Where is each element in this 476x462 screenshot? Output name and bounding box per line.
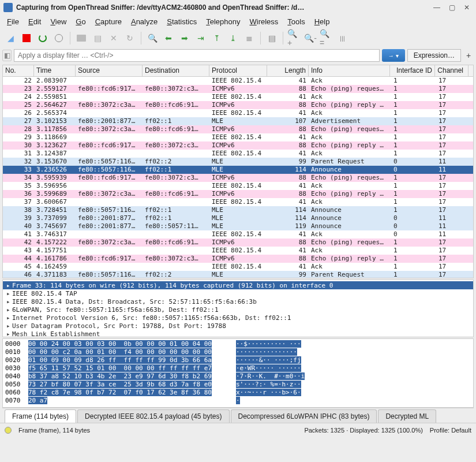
col-header-destination[interactable]: Destination — [143, 65, 209, 76]
col-header-length[interactable]: Length — [267, 65, 309, 76]
col-header-info[interactable]: Info — [309, 65, 390, 76]
menu-statistics[interactable]: Statistics — [162, 16, 201, 27]
detail-row[interactable]: ▸Mesh Link Establishment — [3, 330, 473, 337]
expert-info-led[interactable] — [5, 427, 12, 434]
packet-row[interactable]: 252.564627fe80::3072:c3a…fe80::fcd6:91…I… — [3, 101, 473, 109]
hex-row[interactable]: 005073 27 bf 80 07 3f 3a ce 25 3d 9b 68 … — [5, 381, 471, 389]
caret-right-icon: ▸ — [6, 330, 12, 338]
packet-row[interactable]: 403.745697fe80::2001:877…fe80::5057:11…M… — [3, 222, 473, 230]
col-header-interface[interactable]: Interface ID — [390, 65, 435, 76]
close-button[interactable]: ✕ — [461, 2, 473, 13]
packet-row[interactable]: 363.599689fe80::3072:c3a…fe80::fcd6:91…I… — [3, 190, 473, 198]
zoom-out-button[interactable]: 🔍- — [303, 31, 317, 45]
packet-row[interactable]: 262.565374IEEE 802.15.441Ack117 — [3, 109, 473, 117]
go-last-button[interactable]: ⤓ — [226, 31, 240, 45]
menu-edit[interactable]: Edit — [24, 16, 46, 27]
bytes-tab[interactable]: Decrypted ML — [378, 409, 436, 423]
detail-row[interactable]: ▸IEEE 802.15.4 TAP — [3, 289, 473, 297]
packet-row[interactable]: 464.371183fe80::5057:116…ff02::2MLE99Par… — [3, 271, 473, 278]
menu-wireless[interactable]: Wireless — [245, 16, 283, 27]
apply-filter-button[interactable]: → ▾ — [382, 49, 405, 62]
minimize-button[interactable]: — — [431, 2, 443, 13]
packet-row[interactable]: 373.600667IEEE 802.15.441Ack117 — [3, 198, 473, 206]
packet-row[interactable]: 444.161786fe80::fcd6:917…fe80::3072:c3…I… — [3, 255, 473, 263]
bytes-tab[interactable]: Decompressed 6LoWPAN IPHC (83 bytes) — [231, 409, 377, 423]
detail-row[interactable]: ▸Internet Protocol Version 6, Src: fe80:… — [3, 314, 473, 322]
hex-row[interactable]: 007020 a7· — [5, 397, 471, 405]
menu-go[interactable]: Go — [71, 16, 90, 27]
colorize-button[interactable]: ▤ — [265, 31, 279, 45]
display-filter-input[interactable] — [14, 49, 380, 62]
bytes-tab[interactable]: Frame (114 bytes) — [5, 409, 76, 423]
packet-row[interactable]: 283.117856fe80::3072:c3a…fe80::fcd6:91…I… — [3, 125, 473, 133]
hex-dump[interactable]: 000000 00 24 00 03 00 03 00 0b 00 00 00 … — [2, 338, 474, 408]
packet-row[interactable]: 434.157751IEEE 802.15.441Ack117 — [3, 247, 473, 255]
packet-details[interactable]: ▸Frame 33: 114 bytes on wire (912 bits),… — [2, 280, 474, 337]
detail-row[interactable]: ▸User Datagram Protocol, Src Port: 19788… — [3, 322, 473, 330]
packet-row[interactable]: 424.157222fe80::3072:c3a…fe80::fcd6:91…I… — [3, 239, 473, 247]
titlebar: Capturing from OpenThread Sniffer: /dev/… — [0, 0, 476, 14]
autoscroll-button[interactable]: ≣ — [242, 31, 256, 45]
status-profile[interactable]: Profile: Default — [430, 427, 471, 434]
col-header-source[interactable]: Source — [76, 65, 143, 76]
packet-row[interactable]: 232.559127fe80::fcd6:917…fe80::3072:c3…I… — [3, 85, 473, 93]
zoom-reset-button[interactable]: 🔍= — [320, 31, 333, 45]
hex-row[interactable]: 006078 f2 c8 7e 98 0f b7 72 07 f0 17 62 … — [5, 389, 471, 397]
jump-to-button[interactable]: ⇥ — [194, 31, 208, 45]
go-forward-button[interactable]: ➡ — [178, 31, 192, 45]
menu-telephony[interactable]: Telephony — [201, 16, 245, 27]
hex-row[interactable]: 002001 00 09 00 09 d8 26 ff ff ff ff 99 … — [5, 356, 471, 364]
statusbar: Frame (frame), 114 bytes Packets: 1325 ·… — [0, 423, 476, 437]
detail-row[interactable]: ▸Frame 33: 114 bytes on wire (912 bits),… — [3, 281, 473, 289]
open-file-button[interactable] — [74, 31, 88, 45]
restart-capture-button[interactable] — [36, 31, 50, 45]
go-first-button[interactable]: ⤒ — [210, 31, 224, 45]
detail-row[interactable]: ▸6LoWPAN, Src: fe80::5057:1165:f56a:663b… — [3, 305, 473, 314]
go-back-button[interactable]: ⬅ — [162, 31, 175, 45]
hex-row[interactable]: 000000 00 24 00 03 00 03 00 0b 00 00 00 … — [5, 340, 471, 348]
save-file-button[interactable]: ▤ — [91, 31, 104, 45]
col-header-protocol[interactable]: Protocol — [209, 65, 267, 76]
menu-tools[interactable]: Tools — [283, 16, 309, 27]
menu-view[interactable]: View — [46, 16, 71, 27]
resize-columns-button[interactable]: ⫼ — [336, 31, 350, 45]
packet-row[interactable]: 333.236526fe80::5057:116…ff02::1MLE114An… — [3, 166, 473, 174]
hex-row[interactable]: 0040b8 37 a8 52 10 b3 4b 2e 23 e9 97 6d … — [5, 372, 471, 381]
packet-row[interactable]: 383.728451fe80::5057:116…ff02::1MLE114An… — [3, 206, 473, 214]
menu-file[interactable]: File — [2, 16, 24, 27]
packet-row[interactable]: 323.153670fe80::5057:116…ff02::2MLE99Par… — [3, 158, 473, 166]
bookmark-icon[interactable]: ◧ — [2, 50, 12, 61]
capture-options-button[interactable] — [52, 31, 66, 45]
packet-row[interactable]: 413.746317IEEE 802.15.441Ack011 — [3, 230, 473, 239]
add-filter-button[interactable]: + — [463, 49, 474, 62]
start-capture-button[interactable]: ◢ — [3, 31, 17, 45]
col-header-no[interactable]: No. — [3, 65, 34, 76]
packet-row[interactable]: 293.118669IEEE 802.15.441Ack117 — [3, 133, 473, 141]
packet-row[interactable]: 242.559851IEEE 802.15.441Ack117 — [3, 93, 473, 101]
close-file-button[interactable]: ✕ — [107, 31, 121, 45]
hex-row[interactable]: 001000 00 00 c2 0a 00 01 00 f4 00 00 00 … — [5, 348, 471, 356]
packet-row[interactable]: 303.123627fe80::fcd6:917…fe80::3072:c3…I… — [3, 141, 473, 150]
packet-row[interactable]: 454.162459IEEE 802.15.441Ack117 — [3, 263, 473, 271]
stop-capture-button[interactable] — [20, 31, 33, 45]
bytes-tab[interactable]: Decrypted IEEE 802.15.4 payload (45 byte… — [77, 409, 229, 423]
packet-row[interactable]: 393.737099fe80::2001:877…ff02::1MLE114An… — [3, 214, 473, 222]
packet-row[interactable]: 353.596956IEEE 802.15.441Ack117 — [3, 182, 473, 190]
find-button[interactable]: 🔍 — [145, 31, 159, 45]
menu-help[interactable]: Help — [310, 16, 335, 27]
packet-row[interactable]: 313.124387IEEE 802.15.441Ack117 — [3, 150, 473, 158]
maximize-button[interactable]: ▢ — [446, 2, 458, 13]
packet-row[interactable]: 222.083907IEEE 802.15.441Ack117 — [3, 77, 473, 85]
hex-row[interactable]: 0030f5 65 11 57 52 15 01 00 00 00 00 ff … — [5, 364, 471, 372]
zoom-in-button[interactable]: 🔍+ — [287, 31, 301, 45]
packet-row[interactable]: 273.102153fe80::2001:877…ff02::1MLE107Ad… — [3, 117, 473, 125]
packet-list-body[interactable]: 222.083907IEEE 802.15.441Ack117232.55912… — [3, 77, 473, 278]
packet-row[interactable]: 343.595939fe80::fcd6:917…fe80::3072:c3…I… — [3, 174, 473, 182]
menu-capture[interactable]: Capture — [91, 16, 126, 27]
menu-analyze[interactable]: Analyze — [126, 16, 162, 27]
col-header-channel[interactable]: Channel — [435, 65, 468, 76]
detail-row[interactable]: ▸IEEE 802.15.4 Data, Dst: Broadcast, Src… — [3, 297, 473, 305]
col-header-time[interactable]: Time — [34, 65, 76, 76]
reload-button[interactable]: ↻ — [123, 31, 137, 45]
expression-button[interactable]: Expression… — [407, 49, 461, 62]
